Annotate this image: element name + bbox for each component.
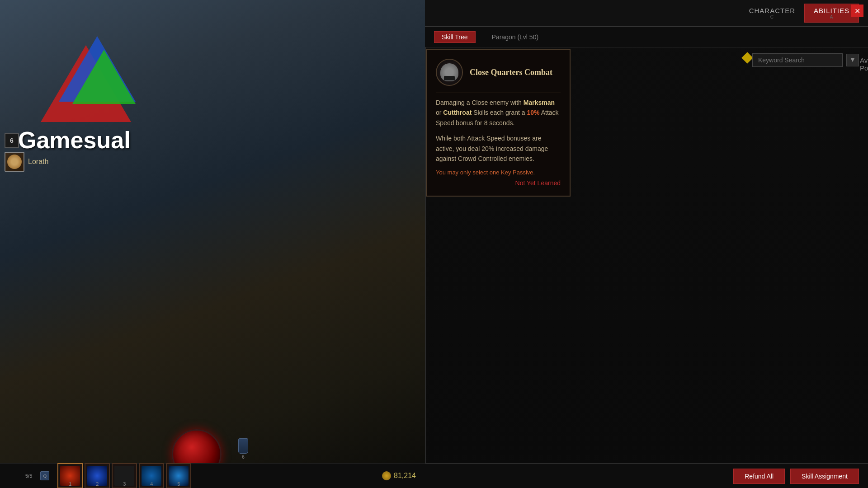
tooltip-status: Not Yet Learned [436,179,561,187]
level-badge: 6 [5,133,19,148]
player-name: Lorath [28,158,48,166]
skill-slot-4[interactable]: 4 [139,463,164,488]
skill-key-2: 2 [96,481,99,487]
skill-tree-svg [851,47,868,441]
refund-all-button[interactable]: Refund All [733,469,785,484]
skill-slot-3[interactable]: 3 [112,463,137,488]
skill-tree-area: ✕ 26 ✕ ✕ ✕ [851,47,868,441]
skill-key-3: 3 [123,481,126,487]
skill-key-4: 4 [150,481,153,487]
sub-tab-paragon[interactable]: Paragon (Lvl 50) [485,32,546,42]
bottom-buttons-bar: Refund All Skill Assignment [425,463,868,488]
abilities-key-hint: A [814,14,849,19]
tooltip-skill-icon [436,59,463,86]
tab-abilities-label: ABILITIES [814,7,849,14]
player-avatar [5,152,24,172]
close-button[interactable]: ✕ [851,5,863,17]
game-world: Gamesual 6 Lorath 6 5/5 Q 1 [0,0,425,488]
avatar-face [7,155,22,169]
skill-slot-2[interactable]: 2 [85,463,110,488]
watermark-text: Gamesual [18,127,131,154]
character-key-hint: C [749,14,795,19]
flask-icon [238,438,248,454]
skill-key-1: 1 [69,481,71,487]
skill-slot-1[interactable]: 1 [57,463,83,488]
points-diamond-icon [741,52,753,63]
skill-assignment-button[interactable]: Skill Assignment [790,469,859,484]
watermark: Gamesual [14,36,149,154]
currency-display: 81,214 [382,471,416,480]
gold-amount: 81,214 [394,472,416,480]
player-info: Lorath [5,152,48,172]
tooltip-key-passive: You may only select one Key Passive. [436,169,561,176]
skill-key-5: 5 [177,481,180,487]
utility-key: Q [43,474,47,479]
right-panel: CHARACTER C ABILITIES A ✕ Skill Tree Par… [425,0,868,488]
bottom-bar: 6 5/5 Q 1 2 3 4 [0,463,425,488]
tooltip-divider [436,93,561,93]
tab-character[interactable]: CHARACTER C [740,4,804,22]
skill-tooltip: Close Quarters Combat Damaging a Close e… [426,49,571,197]
tooltip-skull-icon [440,63,458,81]
keyword-search-input[interactable] [752,53,843,67]
sub-tab-skill-tree[interactable]: Skill Tree [434,31,476,43]
tooltip-body-1: Damaging a Close enemy with Marksman or … [436,98,561,128]
keyword-search-area: ▼ [752,53,859,67]
gold-icon [382,471,391,480]
flask-key-label: 6 [242,455,245,460]
skill-bar: 1 2 3 4 5 [57,463,191,488]
flask-slot[interactable]: 6 [238,438,248,460]
tooltip-title: Close Quarters Combat [470,68,552,77]
sub-navigation: Skill Tree Paragon (Lvl 50) [425,27,868,47]
tab-character-label: CHARACTER [749,7,795,14]
triangle-green-icon [72,50,136,104]
flask-charge: 5/5 [25,473,32,479]
utility-icon[interactable]: Q [40,471,49,480]
skill-slot-5[interactable]: 5 [166,463,191,488]
top-navigation: CHARACTER C ABILITIES A ✕ [425,0,868,27]
tooltip-body-2: While both Attack Speed bonuses are acti… [436,133,561,164]
tooltip-header: Close Quarters Combat [436,59,561,86]
